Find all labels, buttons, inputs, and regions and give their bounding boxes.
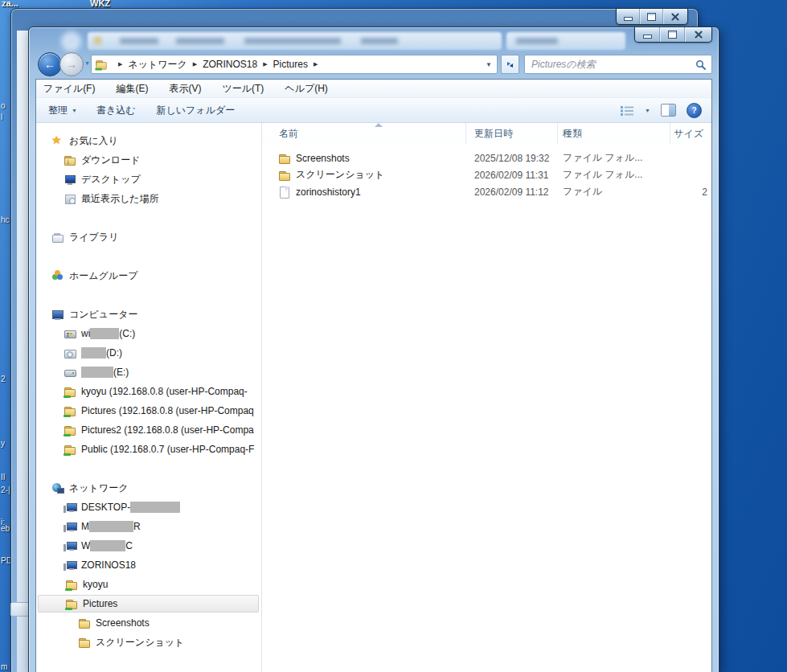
sort-ascending-icon bbox=[375, 123, 383, 127]
organize-button[interactable]: 整理 ▼ bbox=[48, 104, 77, 117]
redaction-box bbox=[90, 328, 119, 339]
sidebar-item-desktop[interactable]: デスクトップ bbox=[36, 170, 261, 189]
desktop-icon-label: m bbox=[1, 662, 7, 671]
preview-pane-icon[interactable] bbox=[661, 104, 676, 117]
network-folder-icon bbox=[64, 424, 76, 436]
close-button[interactable] bbox=[662, 9, 687, 24]
search-icon[interactable] bbox=[695, 59, 706, 70]
address-dropdown-icon[interactable]: ▼ bbox=[486, 61, 492, 68]
table-row[interactable]: Screenshots 2025/12/08 19:32 ファイル フォル... bbox=[262, 150, 711, 166]
redaction-box bbox=[81, 367, 113, 378]
sidebar-item-libraries[interactable]: ライブラリ bbox=[36, 227, 261, 247]
sidebar-item-recent-places[interactable]: 最近表示した場所 bbox=[36, 189, 261, 208]
sidebar-item-share-public[interactable]: Public (192.168.0.7 (user-HP-Compaq-F bbox=[36, 440, 261, 459]
sidebar-item-network[interactable]: ネットワーク bbox=[36, 478, 261, 498]
redaction-box bbox=[90, 540, 125, 551]
minimize-icon bbox=[624, 17, 633, 21]
new-folder-button[interactable]: 新しいフォルダー bbox=[157, 104, 236, 117]
sidebar-item-pc-desktop[interactable]: DESKTOP- bbox=[36, 498, 261, 517]
desktop-icon-label: y bbox=[1, 439, 5, 448]
sidebar-item-computer[interactable]: コンピューター bbox=[36, 305, 261, 324]
sidebar-item-pc-w[interactable]: WC bbox=[36, 536, 261, 555]
sidebar-item-downloads[interactable]: ダウンロード bbox=[36, 150, 261, 170]
sidebar-item-drive-d[interactable]: (D:) bbox=[36, 343, 261, 363]
sidebar-item-zorinos-kyoyu[interactable]: kyoyu bbox=[36, 575, 261, 594]
library-icon bbox=[51, 231, 64, 244]
breadcrumb-separator-icon: ▶ bbox=[118, 61, 122, 68]
redaction-box bbox=[89, 521, 133, 532]
menu-edit[interactable]: 編集(E) bbox=[116, 82, 148, 96]
desktop-icon-label: II bbox=[1, 473, 6, 481]
refresh-button[interactable] bbox=[501, 55, 519, 74]
command-toolbar: 整理 ▼ 書き込む 新しいフォルダー ▼ ? bbox=[36, 98, 711, 123]
network-icon bbox=[51, 481, 64, 494]
sidebar-item-share-pictures[interactable]: Pictures (192.168.0.8 (user-HP-Compaq bbox=[36, 401, 261, 420]
desktop-icon-label: 2 bbox=[1, 375, 6, 383]
sidebar-item-favorites[interactable]: お気に入り bbox=[36, 131, 261, 150]
minimize-button[interactable] bbox=[617, 9, 639, 24]
breadcrumb-item-pictures[interactable]: Pictures bbox=[273, 59, 308, 70]
desktop: za... WKZ o l hc 2 y II 2-| i: eb PD m bbox=[0, 0, 787, 672]
computer-icon bbox=[51, 308, 64, 321]
sidebar-item-share-kyoyu[interactable]: kyoyu (192.168.0.8 (user-HP-Compaq- bbox=[36, 382, 261, 401]
folder-icon bbox=[78, 617, 91, 629]
menu-help[interactable]: ヘルプ(H) bbox=[285, 82, 328, 96]
column-header-type[interactable]: 種類 bbox=[558, 123, 670, 144]
desktop-icon-label: 2-| bbox=[1, 486, 10, 494]
file-icon bbox=[278, 186, 291, 199]
sidebar-item-share-pictures2[interactable]: Pictures2 (192.168.0.8 (user-HP-Compa bbox=[36, 420, 261, 440]
burn-button[interactable]: 書き込む bbox=[96, 104, 136, 117]
column-header-date[interactable]: 更新日時 bbox=[466, 123, 558, 144]
sidebar-item-pc-zorinos18[interactable]: ZORINOS18 bbox=[36, 555, 261, 575]
menu-file[interactable]: ファイル(F) bbox=[43, 82, 95, 96]
maximize-button[interactable] bbox=[639, 9, 662, 24]
forward-button[interactable]: → bbox=[59, 52, 84, 76]
recent-pages-dropdown[interactable]: ▼ bbox=[84, 60, 90, 66]
breadcrumb-item-network[interactable]: ネットワーク bbox=[128, 58, 187, 72]
network-folder-icon bbox=[95, 58, 107, 70]
blurred-search-region bbox=[506, 32, 625, 50]
background-window-caption-buttons bbox=[616, 9, 688, 25]
maximize-icon bbox=[647, 13, 656, 21]
back-button[interactable]: ← bbox=[38, 52, 62, 76]
column-header-size[interactable]: サイズ bbox=[670, 123, 711, 144]
sidebar-item-screenshots[interactable]: Screenshots bbox=[36, 613, 261, 633]
menu-bar: ファイル(F) 編集(E) 表示(V) ツール(T) ヘルプ(H) bbox=[36, 80, 711, 98]
table-row[interactable]: スクリーンショット 2026/02/09 11:31 ファイル フォル... bbox=[262, 166, 711, 183]
drive-icon bbox=[64, 366, 76, 379]
column-header-name[interactable]: 名前 bbox=[262, 123, 466, 144]
network-folder-icon bbox=[65, 578, 78, 591]
sidebar-item-pc-m[interactable]: MR bbox=[36, 517, 261, 536]
window-body: ファイル(F) 編集(E) 表示(V) ツール(T) ヘルプ(H) 整理 ▼ 書… bbox=[35, 79, 712, 672]
desktop-icon-label[interactable]: WKZ bbox=[90, 0, 110, 8]
views-icon[interactable] bbox=[621, 105, 634, 116]
close-button[interactable] bbox=[684, 27, 711, 42]
table-row[interactable]: zorinoshistory1 2026/02/09 11:12 ファイル 2 bbox=[262, 183, 711, 200]
desktop-icon-label[interactable]: za... bbox=[2, 0, 18, 8]
sidebar-item-homegroup[interactable]: ホームグループ bbox=[36, 266, 261, 285]
menu-tools[interactable]: ツール(T) bbox=[222, 82, 264, 96]
breadcrumb-separator-icon: ▶ bbox=[314, 61, 318, 68]
explorer-window: ← → ▼ ▶ ネットワーク ▶ ZORINOS18 ▶ Pictures ▶ … bbox=[28, 27, 719, 672]
network-folder-icon bbox=[64, 443, 76, 456]
views-dropdown-icon[interactable]: ▼ bbox=[645, 108, 650, 113]
network-computer-icon bbox=[64, 539, 76, 552]
minimize-icon bbox=[643, 35, 652, 39]
network-computer-icon bbox=[64, 559, 76, 572]
search-input[interactable] bbox=[525, 59, 695, 70]
sidebar-item-drive-c[interactable]: wi (C:) bbox=[36, 324, 261, 343]
desktop-icon-label: l bbox=[1, 113, 2, 121]
breadcrumb-item-zorinos18[interactable]: ZORINOS18 bbox=[203, 59, 257, 70]
minimize-button[interactable] bbox=[635, 27, 659, 42]
sidebar-item-screenshot-jp[interactable]: スクリーンショット bbox=[36, 633, 261, 652]
menu-view[interactable]: 表示(V) bbox=[169, 82, 201, 96]
blurred-region bbox=[61, 31, 81, 51]
sidebar-item-zorinos-pictures[interactable]: Pictures bbox=[36, 594, 261, 613]
breadcrumb[interactable]: ▶ ネットワーク ▶ ZORINOS18 ▶ Pictures ▶ ▼ bbox=[91, 55, 498, 74]
maximize-button[interactable] bbox=[659, 27, 684, 42]
breadcrumb-separator-icon: ▶ bbox=[193, 61, 197, 68]
forward-icon: → bbox=[66, 58, 77, 71]
help-icon[interactable]: ? bbox=[687, 103, 702, 118]
sidebar-item-drive-e[interactable]: (E:) bbox=[36, 363, 261, 382]
desktop-icon bbox=[64, 173, 76, 186]
